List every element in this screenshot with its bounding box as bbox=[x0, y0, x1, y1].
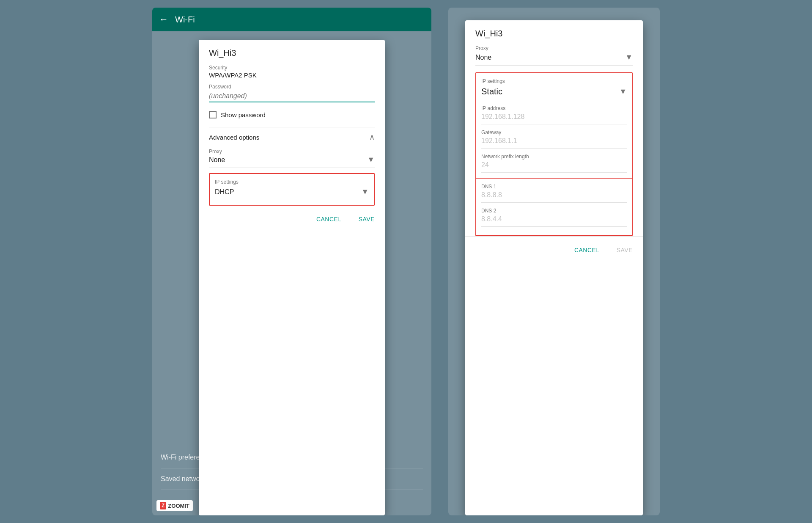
zoomit-badge: Z ZOOMIT bbox=[156, 500, 193, 511]
network-prefix-label: Network prefix length bbox=[481, 154, 627, 160]
dialog-title-right: Wi_Hi3 bbox=[475, 29, 633, 39]
ip-settings-box-right: IP settings Static ▼ IP address 192.168.… bbox=[475, 72, 633, 236]
proxy-label: Proxy bbox=[209, 149, 375, 154]
wifi-dialog-left: Wi_Hi3 Security WPA/WPA2 PSK Password Sh… bbox=[199, 40, 385, 515]
chevron-up-icon: ∧ bbox=[369, 132, 375, 142]
show-password-checkbox[interactable] bbox=[209, 111, 217, 118]
security-value: WPA/WPA2 PSK bbox=[209, 72, 375, 79]
network-prefix-value[interactable]: 24 bbox=[481, 161, 627, 173]
zoomit-text: ZOOMIT bbox=[168, 503, 189, 509]
proxy-chevron-icon: ▼ bbox=[367, 155, 375, 164]
dns1-value[interactable]: 8.8.8.8 bbox=[481, 191, 627, 203]
ip-settings-dropdown-right[interactable]: Static ▼ bbox=[481, 87, 627, 100]
proxy-dropdown[interactable]: None ▼ bbox=[209, 155, 375, 168]
dialog-actions-right: CANCEL SAVE bbox=[465, 236, 643, 264]
dns-section: DNS 1 8.8.8.8 DNS 2 8.8.4.4 bbox=[476, 178, 632, 235]
gateway-value[interactable]: 192.168.1.1 bbox=[481, 137, 627, 149]
ip-settings-box-left: IP settings DHCP ▼ bbox=[209, 173, 375, 206]
dns2-label: DNS 2 bbox=[481, 208, 627, 214]
ip-address-label: IP address bbox=[481, 105, 627, 111]
save-button-right[interactable]: SAVE bbox=[610, 243, 639, 257]
left-phone-screen: ← Wi-Fi Wi-Fi preferences Saved networks… bbox=[152, 8, 431, 515]
security-label: Security bbox=[209, 65, 375, 71]
wifi-header: ← Wi-Fi bbox=[152, 8, 431, 31]
proxy-chevron-icon-right: ▼ bbox=[625, 53, 633, 62]
ip-settings-dropdown-left[interactable]: DHCP ▼ bbox=[215, 187, 369, 200]
save-button-left[interactable]: SAVE bbox=[352, 212, 381, 226]
wifi-dialog-right: Wi_Hi3 Proxy None ▼ IP settings Static ▼ bbox=[465, 20, 643, 515]
show-password-row: Show password bbox=[209, 111, 375, 118]
wifi-title: Wi-Fi bbox=[175, 15, 195, 25]
ip-settings-label-right: IP settings bbox=[481, 78, 627, 84]
ip-settings-label-left: IP settings bbox=[215, 179, 369, 185]
proxy-value: None bbox=[209, 156, 225, 164]
ip-address-value[interactable]: 192.168.1.128 bbox=[481, 113, 627, 124]
ip-settings-chevron-icon-right: ▼ bbox=[619, 87, 627, 96]
cancel-button-right[interactable]: CANCEL bbox=[568, 243, 606, 257]
password-field-container bbox=[209, 91, 375, 102]
password-input[interactable] bbox=[209, 91, 375, 102]
zoomit-icon: Z bbox=[160, 502, 166, 509]
wifi-background: Wi-Fi preferences Saved networks Z ZOOMI… bbox=[152, 31, 431, 515]
dialog-title-left: Wi_Hi3 bbox=[209, 48, 375, 58]
proxy-label-right: Proxy bbox=[475, 45, 633, 51]
dns2-value[interactable]: 8.8.4.4 bbox=[481, 215, 627, 227]
right-phone-screen: Wi_Hi3 Proxy None ▼ IP settings Static ▼ bbox=[448, 8, 660, 515]
ip-settings-chevron-icon: ▼ bbox=[361, 187, 369, 196]
proxy-dropdown-right[interactable]: None ▼ bbox=[475, 53, 633, 66]
password-label: Password bbox=[209, 84, 375, 90]
ip-settings-value-right: Static bbox=[481, 87, 502, 96]
cancel-button-left[interactable]: CANCEL bbox=[310, 212, 348, 226]
ip-settings-value-left: DHCP bbox=[215, 188, 234, 196]
proxy-value-right: None bbox=[475, 54, 491, 61]
advanced-options-label: Advanced options bbox=[209, 134, 259, 141]
proxy-section: Proxy None ▼ bbox=[209, 149, 375, 168]
dns1-label: DNS 1 bbox=[481, 184, 627, 190]
gateway-label: Gateway bbox=[481, 129, 627, 135]
dialog-actions-left: CANCEL SAVE bbox=[199, 206, 385, 233]
advanced-options-row[interactable]: Advanced options ∧ bbox=[209, 127, 375, 142]
back-arrow-icon[interactable]: ← bbox=[159, 14, 168, 25]
show-password-label: Show password bbox=[221, 111, 266, 118]
